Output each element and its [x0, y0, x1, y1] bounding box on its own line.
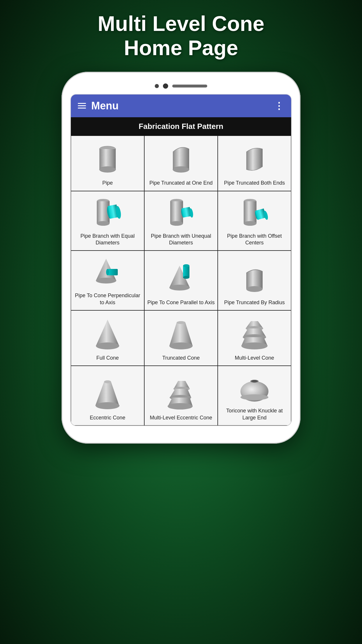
- svg-point-37: [104, 380, 111, 383]
- pipe-branch-offset-image: [238, 195, 270, 230]
- app-header: Menu ⋮: [71, 94, 291, 117]
- phone-screen: Menu ⋮ Fabrication Flat Pattern: [70, 94, 292, 426]
- pipe-truncated-one-label: Pipe Truncated at One End: [149, 180, 212, 186]
- truncated-cone-label: Truncated Cone: [162, 355, 200, 361]
- grid-item-pipe-truncated-one[interactable]: Pipe Truncated at One End: [144, 136, 218, 191]
- svg-point-44: [240, 394, 268, 400]
- svg-point-2: [99, 167, 116, 172]
- header-left: Menu: [78, 100, 119, 112]
- multi-level-cone-label: Multi-Level Cone: [235, 355, 274, 361]
- front-camera: [155, 84, 159, 88]
- svg-point-43: [252, 380, 257, 382]
- pipe-truncated-radius-image: [238, 261, 270, 296]
- section-header: Fabrication Flat Pattern: [71, 117, 291, 136]
- truncated-cone-image: [165, 317, 197, 352]
- pipe-image: [92, 142, 124, 177]
- grid-item-pipe-truncated-radius[interactable]: Pipe Truncated By Radius: [218, 251, 291, 310]
- multi-level-eccentric-label: Multi-Level Eccentric Cone: [150, 414, 212, 421]
- toricone-image: [238, 370, 270, 405]
- svg-rect-17: [244, 201, 256, 223]
- grid-item-pipe-branch-unequal[interactable]: Pipe Branch with Unequal Diameters: [144, 191, 218, 251]
- multi-level-eccentric-image: [165, 377, 197, 412]
- full-cone-label: Full Cone: [96, 355, 119, 361]
- pipe-truncated-radius-label: Pipe Truncated By Radius: [224, 299, 285, 306]
- grid-item-full-cone[interactable]: Full Cone: [71, 310, 144, 366]
- pipe-cone-parallel-label: Pipe To Cone Parallel to Axis: [147, 299, 215, 306]
- svg-point-31: [169, 342, 193, 349]
- page-title: Multi Level Cone Home Page: [98, 12, 264, 60]
- svg-point-32: [177, 321, 185, 324]
- full-cone-image: [92, 317, 124, 352]
- pipe-cone-perp-label: Pipe To Cone Perpendicular to Axis: [73, 292, 142, 306]
- grid-item-toricone[interactable]: Toricone with Knuckle at Large End: [218, 366, 291, 426]
- svg-point-35: [241, 342, 268, 349]
- svg-point-22: [96, 278, 116, 284]
- svg-point-28: [183, 276, 189, 279]
- hamburger-icon[interactable]: [78, 103, 86, 108]
- camera-dot: [163, 83, 168, 89]
- pipe-branch-unequal-label: Pipe Branch with Unequal Diameters: [147, 233, 215, 246]
- svg-point-6: [97, 221, 110, 226]
- svg-point-40: [168, 403, 193, 410]
- pipe-branch-equal-label: Pipe Branch with Equal Diameters: [73, 233, 142, 246]
- pipe-label: Pipe: [102, 180, 113, 186]
- svg-point-30: [96, 342, 119, 349]
- grid-item-pipe-cone-parallel[interactable]: Pipe To Cone Parallel to Axis: [144, 251, 218, 310]
- pipe-cone-perp-image: [92, 254, 124, 289]
- toricone-label: Toricone with Knuckle at Large End: [220, 407, 289, 421]
- svg-rect-26: [183, 266, 189, 277]
- speaker: [172, 85, 207, 88]
- pipe-truncated-one-image: [165, 142, 197, 177]
- phone-notch: [70, 83, 292, 89]
- grid-item-eccentric-cone[interactable]: Eccentric Cone: [71, 366, 144, 426]
- grid-item-pipe-truncated-both[interactable]: Pipe Truncated Both Ends: [218, 136, 291, 191]
- menu-title: Menu: [91, 100, 119, 112]
- pipe-branch-equal-image: [92, 195, 124, 230]
- grid-item-pipe-branch-equal[interactable]: Pipe Branch with Equal Diameters: [71, 191, 144, 251]
- pipe-cone-parallel-image: [165, 261, 197, 296]
- pipe-truncated-both-label: Pipe Truncated Both Ends: [224, 180, 285, 186]
- multi-level-cone-image: [238, 317, 270, 352]
- svg-point-24: [106, 269, 109, 275]
- items-grid: Pipe: [71, 136, 291, 426]
- eccentric-cone-image: [92, 377, 124, 412]
- svg-point-25: [169, 285, 190, 290]
- grid-item-truncated-cone[interactable]: Truncated Cone: [144, 310, 218, 366]
- more-options-icon[interactable]: ⋮: [274, 100, 284, 111]
- grid-item-pipe[interactable]: Pipe: [71, 136, 144, 191]
- phone-frame: Menu ⋮ Fabrication Flat Pattern: [61, 72, 301, 444]
- eccentric-cone-label: Eccentric Cone: [90, 414, 125, 421]
- svg-point-18: [244, 221, 256, 226]
- pipe-branch-unequal-image: [165, 195, 197, 230]
- grid-item-pipe-branch-offset[interactable]: Pipe Branch with Offset Centers: [218, 191, 291, 251]
- svg-rect-23: [108, 269, 118, 275]
- svg-point-36: [96, 402, 120, 409]
- svg-rect-11: [170, 201, 183, 223]
- grid-item-multi-level-cone[interactable]: Multi-Level Cone: [218, 310, 291, 366]
- grid-item-pipe-cone-perp[interactable]: Pipe To Cone Perpendicular to Axis: [71, 251, 144, 310]
- pipe-truncated-both-image: [238, 142, 270, 177]
- svg-point-3: [173, 167, 189, 172]
- svg-point-12: [170, 221, 183, 226]
- grid-item-multi-level-eccentric[interactable]: Multi-Level Eccentric Cone: [144, 366, 218, 426]
- pipe-branch-offset-label: Pipe Branch with Offset Centers: [220, 233, 289, 246]
- svg-point-27: [183, 264, 189, 267]
- svg-point-29: [246, 286, 263, 292]
